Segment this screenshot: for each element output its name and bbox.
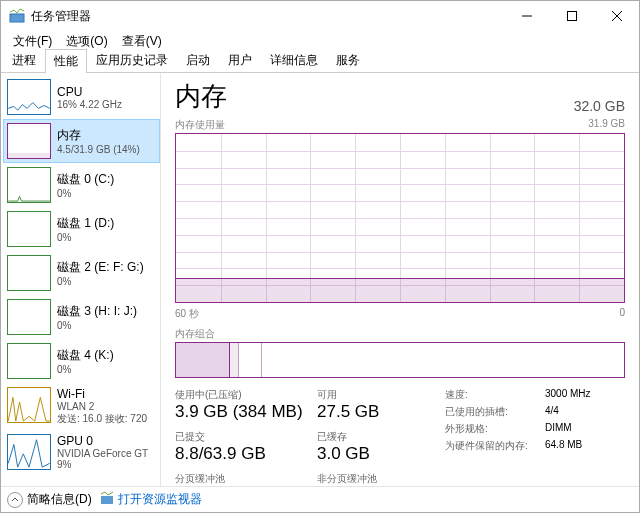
sidebar-item-memory[interactable]: 内存4.5/31.9 GB (14%) <box>3 119 160 163</box>
sidebar-sub: 0% <box>57 276 144 287</box>
info-speed: 速度:3000 MHz <box>445 388 625 402</box>
detail-title: 内存 <box>175 79 227 114</box>
sidebar-label: 磁盘 3 (H: I: J:) <box>57 303 137 320</box>
sidebar-item-disk4[interactable]: 磁盘 4 (K:)0% <box>3 339 160 383</box>
sidebar-item-disk2[interactable]: 磁盘 2 (E: F: G:)0% <box>3 251 160 295</box>
stat-available: 可用27.5 GB <box>317 388 445 422</box>
memory-usage-chart[interactable] <box>175 133 625 303</box>
sidebar-label: CPU <box>57 85 122 99</box>
close-button[interactable] <box>594 1 639 31</box>
disk-thumb-icon <box>7 343 51 379</box>
info-hw-reserved: 为硬件保留的内存:64.8 MB <box>445 439 625 453</box>
cpu-thumb-icon <box>7 79 51 115</box>
svg-rect-5 <box>101 496 113 504</box>
sidebar-label: 磁盘 1 (D:) <box>57 215 114 232</box>
sidebar-sub: 9% <box>57 459 148 470</box>
sidebar-sub: 0% <box>57 364 114 375</box>
detail-pane: 内存 32.0 GB 内存使用量31.9 GB 60 秒0 内存组合 使用中(已… <box>161 73 639 486</box>
sidebar-item-disk0[interactable]: 磁盘 0 (C:)0% <box>3 163 160 207</box>
sidebar-sub: 4.5/31.9 GB (14%) <box>57 144 140 155</box>
sidebar-label: 磁盘 0 (C:) <box>57 171 114 188</box>
disk-thumb-icon <box>7 167 51 203</box>
sidebar-sub: 16% 4.22 GHz <box>57 99 122 110</box>
window-title: 任务管理器 <box>31 8 504 25</box>
detail-total: 32.0 GB <box>574 98 625 114</box>
disk-thumb-icon <box>7 211 51 247</box>
resource-monitor-icon <box>100 491 114 508</box>
open-resource-monitor-link[interactable]: 打开资源监视器 <box>100 491 202 508</box>
sidebar-label: 内存 <box>57 127 140 144</box>
disk-thumb-icon <box>7 255 51 291</box>
sidebar-item-disk3[interactable]: 磁盘 3 (H: I: J:)0% <box>3 295 160 339</box>
stat-paged: 分页缓冲池368 MB <box>175 472 303 486</box>
wifi-thumb-icon <box>7 387 51 423</box>
maximize-button[interactable] <box>549 1 594 31</box>
combo-label: 内存组合 <box>175 327 215 341</box>
sidebar-label: 磁盘 2 (E: F: G:) <box>57 259 144 276</box>
task-manager-icon <box>9 8 25 24</box>
stat-cached: 已缓存3.0 GB <box>317 430 445 464</box>
tab-performance[interactable]: 性能 <box>45 49 87 73</box>
minimize-button[interactable] <box>504 1 549 31</box>
disk-thumb-icon <box>7 299 51 335</box>
info-form: 外形规格:DIMM <box>445 422 625 436</box>
title-bar: 任务管理器 <box>1 1 639 31</box>
time-axis-right: 0 <box>619 307 625 321</box>
stat-nonpaged: 非分页缓冲池460 MB <box>317 472 445 486</box>
sidebar-item-disk1[interactable]: 磁盘 1 (D:)0% <box>3 207 160 251</box>
svg-rect-2 <box>567 12 576 21</box>
sidebar-label: Wi-Fi <box>57 387 147 401</box>
tab-processes[interactable]: 进程 <box>3 48 45 72</box>
sidebar-sub: 0% <box>57 188 114 199</box>
sidebar-item-cpu[interactable]: CPU16% 4.22 GHz <box>3 75 160 119</box>
sidebar-sub: 0% <box>57 320 137 331</box>
memory-composition-chart[interactable] <box>175 342 625 378</box>
tab-app-history[interactable]: 应用历史记录 <box>87 48 177 72</box>
sidebar-item-wifi[interactable]: Wi-FiWLAN 2发送: 16.0 接收: 720 <box>3 383 160 430</box>
tab-services[interactable]: 服务 <box>327 48 369 72</box>
fewer-details-button[interactable]: 简略信息(D) <box>7 491 92 508</box>
usage-max: 31.9 GB <box>588 118 625 132</box>
footer-bar: 简略信息(D) 打开资源监视器 <box>1 486 639 512</box>
sidebar-label: GPU 0 <box>57 434 148 448</box>
sidebar-sub2: NVIDIA GeForce GT <box>57 448 148 459</box>
performance-sidebar[interactable]: CPU16% 4.22 GHz 内存4.5/31.9 GB (14%) 磁盘 0… <box>1 73 161 486</box>
usage-label: 内存使用量 <box>175 118 225 132</box>
tab-startup[interactable]: 启动 <box>177 48 219 72</box>
memory-thumb-icon <box>7 123 51 159</box>
sidebar-sub: 0% <box>57 232 114 243</box>
svg-rect-0 <box>10 14 24 22</box>
chevron-up-icon <box>7 492 23 508</box>
tab-details[interactable]: 详细信息 <box>261 48 327 72</box>
stat-in-use: 使用中(已压缩)3.9 GB (384 MB) <box>175 388 303 422</box>
sidebar-label: 磁盘 4 (K:) <box>57 347 114 364</box>
gpu-thumb-icon <box>7 434 51 470</box>
sidebar-item-gpu0[interactable]: GPU 0NVIDIA GeForce GT9% <box>3 430 160 474</box>
tab-users[interactable]: 用户 <box>219 48 261 72</box>
time-axis-left: 60 秒 <box>175 307 199 321</box>
sidebar-sub2: WLAN 2 <box>57 401 147 412</box>
sidebar-sub: 发送: 16.0 接收: 720 <box>57 412 147 426</box>
tab-strip: 进程 性能 应用历史记录 启动 用户 详细信息 服务 <box>1 51 639 73</box>
info-slots: 已使用的插槽:4/4 <box>445 405 625 419</box>
stat-committed: 已提交8.8/63.9 GB <box>175 430 303 464</box>
